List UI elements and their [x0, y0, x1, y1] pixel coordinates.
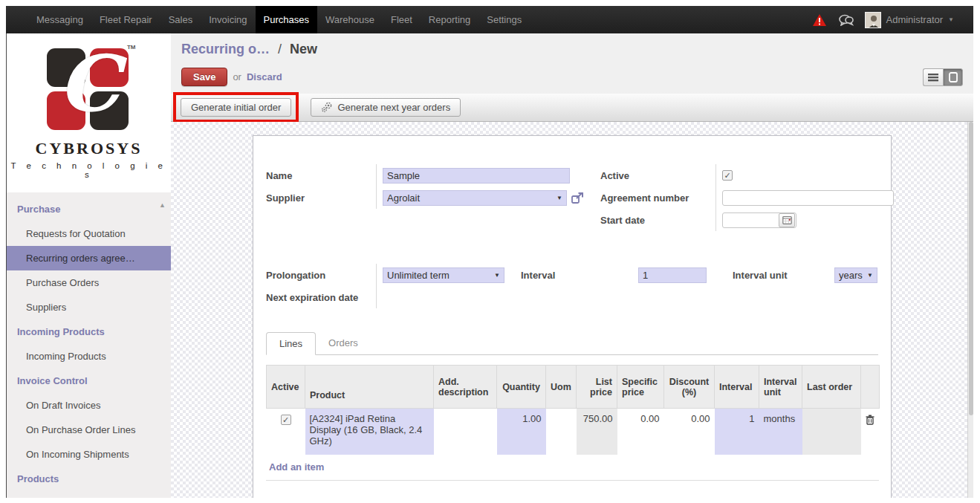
- sidebar-item-incoming-products[interactable]: Incoming Products: [7, 344, 171, 369]
- menu-fleet-repair[interactable]: Fleet Repair: [91, 6, 160, 33]
- prolongation-select[interactable]: Unlimited term ▼: [383, 267, 504, 283]
- or-label: or: [233, 71, 241, 82]
- col-product: Product: [305, 366, 434, 409]
- name-input[interactable]: [383, 168, 570, 184]
- generate-next-year-orders-label: Generate next year orders: [337, 102, 450, 113]
- user-name: Administrator: [886, 14, 944, 25]
- menu-invoicing[interactable]: Invoicing: [201, 6, 255, 33]
- generate-next-year-orders-button[interactable]: Generate next year orders: [311, 98, 461, 117]
- dropdown-arrow-icon: ▼: [864, 272, 873, 279]
- topbar-menu: Messaging Fleet Repair Sales Invoicing P…: [6, 6, 530, 33]
- calendar-icon[interactable]: [779, 213, 795, 227]
- name-label: Name: [266, 170, 376, 181]
- sidebar: C TM CYBROSYS T e c h n o l o g i e s Pu…: [6, 33, 171, 498]
- main-scrollbar[interactable]: [967, 122, 973, 498]
- annotation-highlight: Generate initial order: [173, 92, 299, 123]
- menu-sales[interactable]: Sales: [160, 6, 201, 33]
- open-supplier-record-icon[interactable]: [571, 192, 584, 204]
- cell-interval[interactable]: 1: [715, 409, 759, 455]
- menu-reporting[interactable]: Reporting: [421, 6, 478, 33]
- interval-unit-select[interactable]: years ▼: [834, 267, 877, 283]
- avatar: [865, 12, 881, 28]
- col-interval-unit: Interval unit: [759, 366, 802, 409]
- sidebar-item-requests-for-quotation[interactable]: Requests for Quotation: [7, 221, 171, 246]
- breadcrumb-separator: /: [273, 42, 286, 56]
- trash-icon[interactable]: [866, 413, 875, 425]
- content-area: Name Supplier Agrolait ▼: [171, 122, 973, 498]
- menu-fleet[interactable]: Fleet: [383, 6, 421, 33]
- cell-interval-unit[interactable]: months: [759, 409, 802, 455]
- supplier-label: Supplier: [266, 192, 376, 204]
- topbar: Messaging Fleet Repair Sales Invoicing P…: [6, 6, 973, 33]
- col-quantity: Quantity: [497, 366, 546, 409]
- supplier-select[interactable]: Agrolait ▼: [383, 190, 567, 206]
- cell-quantity[interactable]: 1.00: [497, 409, 546, 455]
- active-checkbox[interactable]: ✓: [722, 170, 733, 181]
- menu-messaging[interactable]: Messaging: [28, 6, 91, 33]
- section-purchase: Purchase: [7, 197, 171, 221]
- sidebar-item-products-by-category[interactable]: Products by Category: [7, 491, 171, 498]
- menu-warehouse[interactable]: Warehouse: [317, 6, 383, 33]
- breadcrumb-parent[interactable]: Recurring o…: [181, 42, 270, 56]
- menu-settings[interactable]: Settings: [478, 6, 530, 33]
- add-an-item-link[interactable]: Add an item: [266, 455, 879, 481]
- form-view-icon: [949, 72, 958, 82]
- scrollbar-thumb[interactable]: [969, 122, 973, 415]
- sidebar-item-suppliers[interactable]: Suppliers: [7, 295, 171, 319]
- sidebar-item-recurring-orders-agreement[interactable]: Recurring orders agree…: [7, 246, 171, 270]
- list-view-icon: [928, 73, 938, 82]
- view-switcher: [923, 68, 963, 86]
- next-expiration-date-label: Next expiration date: [266, 292, 376, 303]
- sidebar-nav: Purchase Requests for Quotation Recurrin…: [7, 192, 171, 498]
- cell-discount[interactable]: 0.00: [664, 409, 715, 455]
- main-area: Recurring o… / New Save or Discard: [171, 33, 973, 498]
- page-header: Recurring o… / New: [171, 33, 973, 59]
- cell-last-order: [802, 409, 861, 455]
- save-button[interactable]: Save: [181, 68, 227, 86]
- sidebar-item-on-draft-invoices[interactable]: On Draft Invoices: [7, 393, 171, 418]
- col-active: Active: [267, 366, 305, 409]
- sidebar-scroll-up-icon[interactable]: ▲: [159, 201, 166, 209]
- lines-table: Active Product Add. description Quantity…: [266, 365, 880, 455]
- agreement-number-label: Agreement number: [600, 192, 715, 204]
- cell-product[interactable]: [A2324] iPad Retina Display (16 GB, Blac…: [305, 409, 434, 455]
- gears-icon: [321, 102, 333, 113]
- col-discount: Discount (%): [664, 366, 715, 409]
- cell-specific-price[interactable]: 0.00: [617, 409, 664, 455]
- section-products: Products: [7, 467, 171, 491]
- notebook-tabs: Lines Orders: [266, 332, 878, 355]
- col-last-order: Last order: [802, 366, 861, 409]
- form-sheet: Name Supplier Agrolait ▼: [253, 135, 892, 498]
- cell-list-price: 750.00: [577, 409, 617, 455]
- row-active-checkbox[interactable]: ✓: [281, 415, 291, 425]
- tab-orders[interactable]: Orders: [316, 332, 371, 355]
- cell-delete: [861, 409, 880, 455]
- cell-add-description[interactable]: [434, 409, 497, 455]
- discard-link[interactable]: Discard: [247, 71, 282, 82]
- user-menu[interactable]: Administrator ▼: [865, 12, 955, 28]
- sidebar-item-on-purchase-order-lines[interactable]: On Purchase Order Lines: [7, 418, 171, 442]
- sidebar-item-on-incoming-shipments[interactable]: On Incoming Shipments: [7, 442, 171, 467]
- form-view-button[interactable]: [943, 68, 963, 86]
- section-incoming-products: Incoming Products: [7, 319, 171, 344]
- agreement-number-input[interactable]: [722, 190, 894, 206]
- list-view-button[interactable]: [923, 68, 943, 86]
- form-group-interval: Prolongation Unlimited term ▼ Interval I…: [266, 264, 878, 308]
- generate-initial-order-button[interactable]: Generate initial order: [181, 98, 291, 117]
- dropdown-arrow-icon: ▼: [491, 272, 500, 279]
- breadcrumb-current: New: [290, 42, 317, 56]
- sidebar-item-purchase-orders[interactable]: Purchase Orders: [7, 270, 171, 295]
- logo-tm: TM: [127, 44, 136, 51]
- tab-lines[interactable]: Lines: [266, 332, 316, 355]
- interval-input[interactable]: [638, 267, 707, 283]
- logo-sub-text: T e c h n o l o g i e s: [7, 161, 171, 179]
- chat-icon[interactable]: [838, 12, 854, 28]
- logo-brand-text: CYBROSYS: [7, 139, 171, 158]
- menu-purchases[interactable]: Purchases: [256, 6, 317, 33]
- start-date-label: Start date: [600, 215, 715, 226]
- warning-icon[interactable]: [811, 12, 828, 28]
- logo-mark-icon: C TM: [45, 48, 133, 132]
- app-window: Messaging Fleet Repair Sales Invoicing P…: [6, 6, 973, 498]
- form-group-top: Name Supplier Agrolait ▼: [266, 164, 878, 231]
- cell-uom[interactable]: [546, 409, 577, 455]
